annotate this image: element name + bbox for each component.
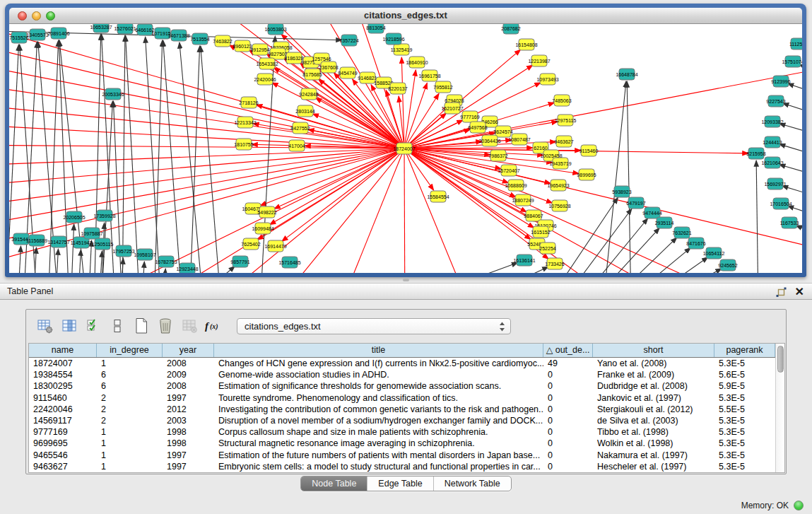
column-header-year[interactable]: year	[163, 344, 214, 357]
graph-node[interactable]: 1810755	[234, 139, 253, 150]
table-cell[interactable]: 0	[543, 415, 593, 426]
table-cell[interactable]: 5.3E-5	[714, 392, 775, 404]
graph-node[interactable]: 10975887	[81, 228, 102, 239]
graph-node[interactable]: 9857791	[230, 256, 249, 267]
table-cell[interactable]: Tourette syndrome. Phenomenology and cla…	[214, 392, 543, 404]
column-header-short[interactable]: short	[593, 344, 714, 357]
table-cell[interactable]: 2008	[163, 358, 214, 369]
minimize-button[interactable]	[32, 11, 41, 21]
table-cell[interactable]: 2009	[163, 369, 214, 380]
graph-node[interactable]: 12213987	[528, 55, 550, 66]
graph-node[interactable]: 18724007	[393, 143, 415, 154]
graph-node[interactable]: 10807487	[508, 134, 530, 145]
graph-node[interactable]: 417004	[288, 140, 305, 151]
graph-node[interactable]: 17957253	[112, 245, 134, 257]
graph-node[interactable]: 2718126	[239, 97, 258, 108]
graph-node[interactable]: 2803144	[295, 105, 314, 117]
graph-node[interactable]: 14671388	[167, 30, 189, 41]
table-row[interactable]: 1872400712008Changes of HCN gene express…	[29, 358, 775, 369]
graph-node[interactable]: 19435719	[549, 158, 571, 169]
function-builder-button[interactable]: f (x)	[201, 315, 225, 337]
table-cell[interactable]: 0	[543, 438, 593, 449]
graph-node[interactable]: 9245652	[718, 259, 737, 271]
table-cell[interactable]: 0	[543, 450, 593, 461]
table-cell[interactable]: Franke et al. (2009)	[593, 369, 714, 380]
graph-node[interactable]: 15692971	[764, 178, 786, 189]
graph-node[interactable]: 16136141	[513, 255, 535, 266]
graph-node[interactable]: 2087682	[501, 24, 520, 34]
table-cell[interactable]: Estimation of significance thresholds fo…	[214, 380, 543, 392]
table-cell[interactable]: 0	[543, 369, 593, 380]
table-cell[interactable]: Nakamura et al. (1997)	[593, 450, 714, 461]
table-cell[interactable]: Hescheler et al. (1997)	[593, 461, 714, 472]
graph-node[interactable]: 15276021	[114, 24, 136, 34]
table-cell[interactable]: de Silva et al. (2003)	[593, 415, 714, 426]
graph-node[interactable]: 9777169	[460, 111, 479, 122]
scrollbar-thumb[interactable]	[777, 346, 784, 373]
table-cell[interactable]: 1	[97, 450, 163, 461]
table-cell[interactable]: 18724007	[29, 358, 97, 369]
graph-node[interactable]: 16154808	[515, 39, 537, 50]
graph-node[interactable]: 1733426	[545, 258, 564, 269]
graph-node[interactable]: 8454749	[338, 67, 357, 78]
graph-node[interactable]: 15716485	[278, 257, 300, 268]
graph-node[interactable]: 7513554	[190, 33, 209, 45]
graph-node[interactable]: 7485063	[552, 95, 571, 106]
graph-node[interactable]: 16914479	[264, 240, 286, 252]
graph-node[interactable]: 10958107	[134, 249, 155, 260]
table-cell[interactable]: 1998	[163, 438, 214, 449]
network-canvas[interactable]: 1872400774638228960123891295418226058982…	[9, 24, 802, 273]
table-cell[interactable]: 1	[97, 358, 163, 369]
table-cell[interactable]: 9777169	[29, 426, 97, 438]
graph-node[interactable]: 18640910	[406, 57, 428, 68]
row-options-button[interactable]	[105, 315, 129, 337]
graph-node[interactable]: 10654112	[703, 247, 725, 259]
graph-node[interactable]: 12213343	[234, 117, 256, 128]
graph-node[interactable]: 5498222	[257, 206, 276, 218]
panel-splitter-grip[interactable]	[403, 279, 409, 281]
table-cell[interactable]: 0	[543, 392, 593, 404]
table-row[interactable]: 911546021997Tourette syndrome. Phenomeno…	[29, 392, 775, 404]
graph-node[interactable]: 9115460	[579, 145, 599, 156]
table-cell[interactable]: 22420046	[29, 404, 97, 415]
table-cell[interactable]: 0	[543, 404, 593, 415]
graph-node[interactable]: 9899695	[577, 169, 596, 180]
table-cell[interactable]: Disruption of a novel member of a sodium…	[214, 415, 543, 426]
table-cell[interactable]: 18300295	[29, 380, 97, 392]
table-cell[interactable]: 9115460	[29, 392, 97, 404]
graph-node[interactable]: 16053803	[264, 24, 286, 35]
network-window-titlebar[interactable]: citations_edges.txt	[9, 8, 802, 24]
table-cell[interactable]: 1997	[163, 461, 214, 472]
table-cell[interactable]: 19384554	[29, 369, 97, 380]
table-cell[interactable]: Tibbo et al. (1998)	[593, 426, 714, 438]
graph-node[interactable]: 8912954	[250, 44, 269, 55]
table-cell[interactable]: 1	[97, 438, 163, 449]
graph-node[interactable]: 16210643	[761, 157, 783, 168]
table-cell[interactable]: 9699695	[29, 438, 97, 449]
column-chooser-button[interactable]	[57, 315, 81, 337]
table-cell[interactable]: 1997	[163, 392, 214, 404]
table-row[interactable]: 2242004622012Investigating the contribut…	[29, 404, 775, 415]
table-selector-dropdown[interactable]: citations_edges.txt	[237, 318, 511, 334]
graph-node[interactable]: 19654923	[547, 180, 569, 191]
graph-node[interactable]: 11325419	[391, 44, 413, 55]
table-row[interactable]: 946362711997Embryonic stem cells: a mode…	[29, 461, 775, 472]
float-window-icon[interactable]	[776, 287, 787, 298]
graph-node[interactable]: 1244413	[763, 136, 782, 148]
table-row[interactable]: 1938455462009Genome-wide association stu…	[29, 369, 775, 380]
graph-node[interactable]: 1615152	[531, 226, 550, 238]
table-cell[interactable]: 2008	[163, 380, 214, 392]
column-header-in_degree[interactable]: in_degree	[97, 344, 163, 357]
tab-edge-table[interactable]: Edge Table	[367, 477, 433, 491]
graph-node[interactable]: 20891406	[47, 28, 69, 39]
table-cell[interactable]: Dudbridge et al. (2008)	[593, 380, 714, 392]
table-cell[interactable]: 5.3E-5	[714, 426, 775, 438]
graph-node[interactable]: 20206505	[63, 211, 85, 223]
table-cell[interactable]: 2	[97, 415, 163, 426]
table-cell[interactable]: Estimation of the future numbers of pati…	[214, 450, 543, 461]
table-cell[interactable]: 5.6E-5	[714, 369, 775, 380]
graph-node[interactable]: 16543382	[256, 58, 278, 69]
table-cell[interactable]: 6	[97, 369, 163, 380]
table-cell[interactable]: Changes of HCN gene expression and I(f) …	[214, 358, 543, 369]
graph-node[interactable]: 11156889	[26, 235, 47, 246]
